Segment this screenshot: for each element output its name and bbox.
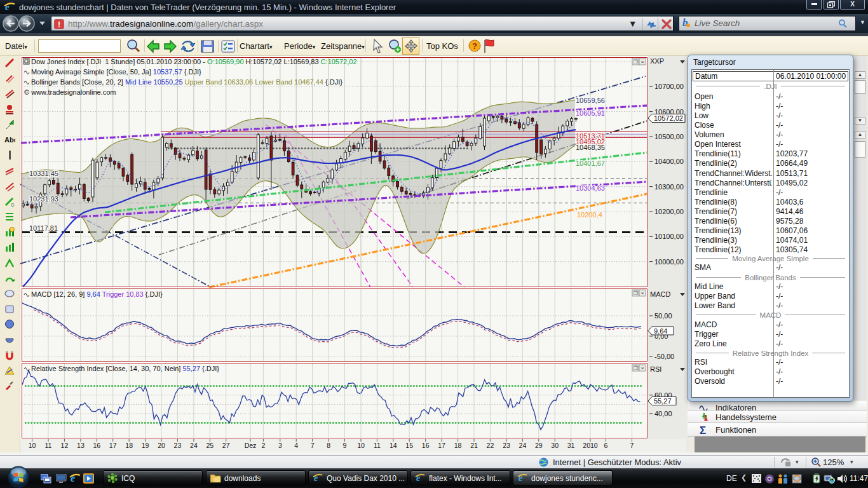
svg-text:10117,81: 10117,81: [29, 224, 58, 232]
svg-text:7: 7: [630, 442, 634, 449]
svg-text:13: 13: [77, 442, 85, 449]
svg-text:10400,00: 10400,00: [654, 158, 684, 165]
svg-text:MACD: MACD: [650, 290, 670, 298]
svg-text:7: 7: [311, 442, 315, 449]
svg-text:❐: ❐: [633, 290, 637, 296]
svg-text:27: 27: [222, 442, 230, 449]
svg-text:Relative Strength Index [Close: Relative Strength Index [Close, 14, 30, …: [31, 365, 219, 372]
svg-text:18: 18: [454, 442, 462, 449]
svg-text:31: 31: [567, 442, 575, 449]
svg-text:10100,00: 10100,00: [654, 233, 684, 240]
svg-text:11: 11: [45, 442, 52, 449]
svg-text:4: 4: [294, 442, 298, 449]
svg-text:23: 23: [503, 442, 510, 449]
svg-text:18: 18: [125, 442, 133, 449]
svg-text:16: 16: [422, 442, 430, 449]
svg-text:-50,00: -50,00: [654, 353, 674, 360]
svg-text:G: G: [11, 203, 14, 207]
svg-text:10: 10: [357, 442, 365, 449]
svg-text:10200,00: 10200,00: [654, 208, 684, 215]
svg-text:50,00: 50,00: [654, 312, 672, 320]
svg-text:14: 14: [390, 442, 397, 449]
svg-text:Moving Average Simple [Close,: Moving Average Simple [Close, 50, Ja] 10…: [31, 68, 201, 76]
svg-text:10200,4: 10200,4: [577, 211, 602, 219]
svg-text:Dow Jones Index [.DJI 1 Stund: Dow Jones Index [.DJI 1 Stunde] 05.01.20…: [31, 58, 357, 65]
svg-text:10300,00: 10300,00: [654, 183, 684, 191]
svg-text:3: 3: [278, 442, 282, 449]
svg-text:6: 6: [604, 442, 607, 449]
svg-text:×: ×: [641, 290, 644, 296]
svg-text:10331,45: 10331,45: [29, 170, 58, 177]
svg-text:10572,02: 10572,02: [654, 114, 683, 122]
svg-text:17: 17: [438, 442, 445, 449]
svg-text:10700,00: 10700,00: [654, 83, 684, 90]
svg-text:MACD [12, 26, 9] 9,64 Trigger: MACD [12, 26, 9] 9,64 Trigger 10,83 {.DJ…: [31, 290, 163, 298]
svg-text:21: 21: [470, 442, 478, 449]
svg-text:10500,00: 10500,00: [654, 133, 684, 140]
svg-text:10605,91: 10605,91: [576, 109, 605, 117]
svg-text:© www.tradesignalonline.com: © www.tradesignalonline.com: [24, 88, 116, 96]
svg-text:×: ×: [641, 365, 644, 371]
svg-text:2010: 2010: [583, 442, 598, 449]
svg-text:40,00: 40,00: [654, 410, 672, 417]
svg-text:10401,67: 10401,67: [576, 159, 605, 167]
svg-text:?: ?: [472, 41, 477, 51]
svg-text:9,64: 9,64: [654, 327, 667, 335]
svg-text:17: 17: [109, 442, 117, 449]
svg-text:Bollinger Bands [Close, 20, 2]: Bollinger Bands [Close, 20, 2] Mid Line …: [31, 78, 342, 86]
svg-text:15: 15: [405, 442, 413, 449]
svg-text:XXP: XXP: [650, 57, 664, 65]
svg-text:RSI: RSI: [650, 365, 661, 373]
svg-text:30: 30: [551, 442, 559, 449]
svg-text:10468,35: 10468,35: [576, 144, 605, 151]
svg-text:55,27: 55,27: [654, 397, 672, 405]
svg-text:Dez: Dez: [245, 442, 257, 449]
svg-text:10: 10: [29, 442, 36, 449]
svg-text:19: 19: [142, 442, 149, 449]
svg-text:2: 2: [261, 442, 265, 449]
svg-text:❐: ❐: [633, 59, 637, 65]
svg-text:29: 29: [535, 442, 543, 449]
svg-text:16: 16: [93, 442, 100, 449]
svg-text:24: 24: [519, 442, 527, 449]
svg-text:25: 25: [206, 442, 214, 449]
svg-text:10659,56: 10659,56: [576, 97, 605, 104]
svg-text:10304,63: 10304,63: [576, 184, 605, 192]
svg-text:24: 24: [190, 442, 198, 449]
svg-text:12: 12: [61, 442, 69, 449]
svg-text:Abc: Abc: [4, 136, 15, 144]
svg-text:×: ×: [641, 59, 644, 65]
svg-text:9: 9: [343, 442, 347, 449]
svg-text:10231,93: 10231,93: [29, 195, 58, 203]
svg-text:22: 22: [487, 442, 494, 449]
svg-text:10000,00: 10000,00: [654, 258, 684, 266]
svg-text:11: 11: [374, 442, 381, 449]
svg-text:Σ: Σ: [700, 424, 706, 435]
svg-text:23: 23: [174, 442, 182, 449]
svg-text:20: 20: [158, 442, 165, 449]
svg-text:❐: ❐: [633, 365, 637, 371]
svg-text:8: 8: [327, 442, 330, 449]
